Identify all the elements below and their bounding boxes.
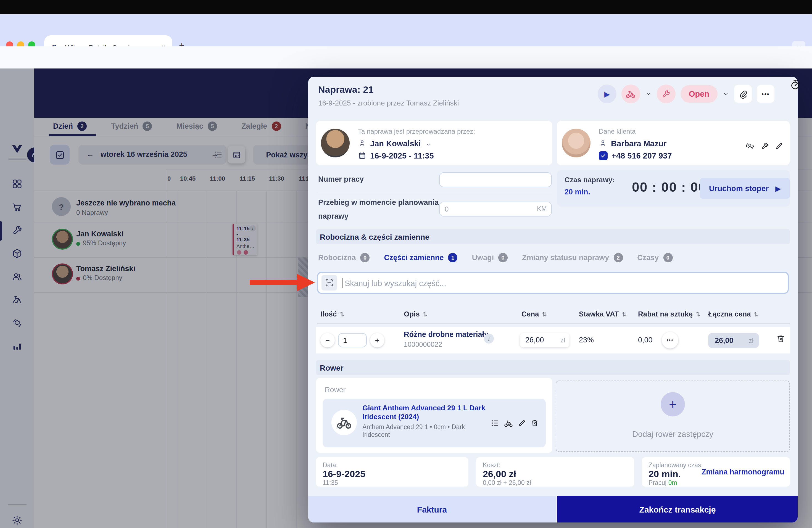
browser-toolbar: app.giantretailsystem.pl/workshop/repair… <box>0 46 812 69</box>
person-icon <box>599 139 607 147</box>
bike-icon <box>626 89 636 99</box>
labor-tabs: Robocizna0 Części zamienne1 Uwagi0 Zmian… <box>318 253 672 262</box>
summary-cost-detail: 0,00 zł + 26,00 zł <box>483 480 531 486</box>
barcode-scan-button[interactable] <box>321 275 337 291</box>
tab-uwagi[interactable]: Uwagi0 <box>472 253 508 262</box>
swap-client-icon[interactable] <box>745 142 755 151</box>
part-info-icon[interactable]: i <box>484 334 494 343</box>
section-bike: Rower <box>316 360 790 375</box>
assignee-chevron-down-icon[interactable] <box>425 142 431 147</box>
col-qty[interactable]: Ilość⇅ <box>320 310 345 318</box>
bike-chevron-down-icon[interactable] <box>645 91 652 97</box>
bike-detail-icon[interactable] <box>504 419 513 428</box>
barcode-scan-icon <box>324 278 334 288</box>
summary-time: 11:35 <box>323 480 338 486</box>
repair-modal: Naprawa: 21 16-9-2025 - zrobione przez T… <box>308 77 798 523</box>
status-badge[interactable]: Open <box>681 85 717 103</box>
bike-action-button[interactable] <box>621 85 640 103</box>
qty-input[interactable] <box>338 333 367 348</box>
summary-date-card: Data: 16-9-2025 11:35 <box>316 457 468 487</box>
table-header-divider <box>317 323 790 324</box>
play-icon: ▶ <box>775 184 781 192</box>
more-options-button[interactable]: ••• <box>757 85 774 103</box>
job-number-label: Numer pracy <box>318 175 364 184</box>
vat-value: 23% <box>579 336 594 344</box>
discount-value: 0,00 <box>638 336 653 344</box>
part-name[interactable]: Różne drobne materiały <box>404 330 488 339</box>
bike-item[interactable]: Giant Anthem Advanced 29 1 L Dark Irides… <box>323 399 546 448</box>
col-vat[interactable]: Stawka VAT⇅ <box>579 310 627 318</box>
bike-card: Rower Giant Anthem Advanced 29 1 L Dark … <box>316 378 552 453</box>
qty-decrease-button[interactable]: − <box>320 333 335 348</box>
summary-date: 16-9-2025 <box>323 469 365 480</box>
mileage-label-line2: naprawy <box>318 212 349 220</box>
job-number-input[interactable] <box>439 172 552 187</box>
finish-transaction-button[interactable]: Zakończ transakcję <box>557 496 798 523</box>
reschedule-link[interactable]: Zmiana harmonogramu <box>701 468 784 476</box>
assignee-avatar <box>321 129 350 157</box>
modal-title: Naprawa: 21 <box>318 85 373 96</box>
person-icon <box>358 139 366 147</box>
bike-card-label: Rower <box>325 385 346 394</box>
paperclip-icon <box>738 89 748 99</box>
mileage-unit: KM <box>537 205 547 212</box>
summary-cost-card: Koszt: 26,00 zł 0,00 zł + 26,00 zł <box>476 457 634 487</box>
col-price[interactable]: Cena⇅ <box>521 310 547 318</box>
invoice-button[interactable]: Faktura <box>308 496 556 523</box>
summary-cost: 26,00 zł <box>483 469 516 480</box>
assignee-intro: Ta naprawa jest przeprowadzana przez: <box>358 128 475 135</box>
tab-czesci-zamienne[interactable]: Części zamienne1 <box>384 253 458 262</box>
attachment-button[interactable] <box>734 85 752 103</box>
bike-title[interactable]: Giant Anthem Advanced 29 1 L Dark Irides… <box>362 404 488 421</box>
tab-zmiany-statusu[interactable]: Zmiany statusu naprawy2 <box>522 253 623 262</box>
start-stopwatch-button[interactable]: Uruchom stoper ▶ <box>700 178 790 199</box>
mileage-input[interactable] <box>439 202 552 217</box>
bike-remove-trash-icon[interactable] <box>530 419 539 427</box>
stopwatch-icon[interactable] <box>789 79 801 91</box>
modal-header-actions: ▶ Open ••• <box>598 85 774 103</box>
bike-image-icon <box>336 414 352 431</box>
assignee-name[interactable]: Jan Kowalski <box>370 139 421 148</box>
start-repair-play-button[interactable]: ▶ <box>598 85 617 103</box>
wrench-icon <box>662 89 671 99</box>
col-desc[interactable]: Opis⇅ <box>404 310 427 318</box>
bike-edit-pencil-icon[interactable] <box>518 419 526 427</box>
edit-client-pencil-icon[interactable] <box>775 142 783 150</box>
part-sku: 1000000022 <box>404 341 442 349</box>
add-loaner-plus-button[interactable]: + <box>661 392 685 416</box>
qty-increase-button[interactable]: + <box>370 333 385 348</box>
mileage-label-line1: Przebieg w momencie planowania <box>318 198 439 207</box>
status-chevron-down-icon[interactable] <box>723 91 729 97</box>
delete-part-trash-icon[interactable] <box>776 334 785 343</box>
client-wrench-icon[interactable] <box>760 142 769 150</box>
modal-subtitle: 16-9-2025 - zrobione przez Tomasz Zieliń… <box>318 99 459 107</box>
sort-icon: ⇅ <box>695 311 700 318</box>
screen: § Wilmar Retail - Serwis × + app.giantre… <box>0 0 812 528</box>
repair-time-box: Czas naprawy: 20 min. 00 : 00 : 00 Uruch… <box>557 170 790 207</box>
sort-icon: ⇅ <box>423 311 427 318</box>
workshop-wrench-button[interactable] <box>657 85 676 103</box>
add-loaner-bike-dropzone[interactable]: + Dodaj rower zastępczy <box>556 381 790 452</box>
add-loaner-label: Dodaj rower zastępczy <box>556 430 789 439</box>
col-total[interactable]: Łączna cena⇅ <box>708 310 759 318</box>
part-search-input[interactable] <box>344 275 777 292</box>
col-discount[interactable]: Rabat na sztukę⇅ <box>638 310 700 318</box>
summary-planned-card: Zaplanowany czas: 20 min. Pracuj 0m Zmia… <box>642 457 790 487</box>
total-chip: 26,00 zł <box>708 333 759 348</box>
price-field[interactable]: 26,00 zł <box>520 333 569 348</box>
calendar-icon <box>358 151 366 160</box>
client-avatar <box>562 129 591 157</box>
table-row: − + Różne drobne materiały 1000000022 i … <box>316 327 790 353</box>
assignee-datetime: 16-9-2025 - 11:35 <box>370 151 434 160</box>
bike-specs-list-icon[interactable] <box>491 419 499 427</box>
assignee-card: Ta naprawa jest przeprowadzana przez: Ja… <box>316 121 552 165</box>
tab-robocizna[interactable]: Robocizna0 <box>318 253 370 262</box>
client-heading: Dane klienta <box>599 128 636 135</box>
repair-time-label: Czas naprawy: <box>565 176 615 184</box>
phone-checkbox[interactable] <box>599 151 608 160</box>
text-caret <box>342 278 343 288</box>
tab-czasy[interactable]: Czasy0 <box>637 253 672 262</box>
browser-tab-strip: § Wilmar Retail - Serwis × + <box>0 14 812 46</box>
discount-options-button[interactable]: ••• <box>662 332 678 349</box>
repair-time-value: 20 min. <box>565 188 590 196</box>
